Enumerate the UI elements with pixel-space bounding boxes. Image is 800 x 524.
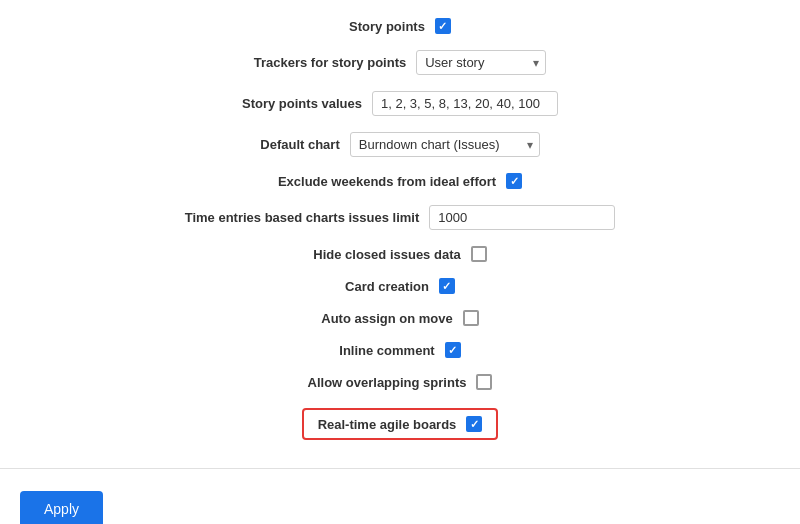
story-points-values-input[interactable]: [372, 91, 558, 116]
hide-closed-issues-checkbox[interactable]: [471, 246, 487, 262]
time-entries-limit-label: Time entries based charts issues limit: [185, 210, 420, 225]
exclude-weekends-label: Exclude weekends from ideal effort: [278, 174, 496, 189]
inline-comment-checkbox[interactable]: ✓: [445, 342, 461, 358]
auto-assign-checkbox[interactable]: [463, 310, 479, 326]
card-creation-checkbox[interactable]: ✓: [439, 278, 455, 294]
trackers-select-wrapper: User story Bug Task Feature: [416, 50, 546, 75]
story-points-label: Story points: [349, 19, 425, 34]
inline-comment-label: Inline comment: [339, 343, 434, 358]
default-chart-label: Default chart: [260, 137, 339, 152]
real-time-agile-boards-checkbox[interactable]: ✓: [466, 416, 482, 432]
story-points-checkbox[interactable]: ✓: [435, 18, 451, 34]
allow-overlapping-sprints-label: Allow overlapping sprints: [308, 375, 467, 390]
footer-divider: [0, 468, 800, 469]
default-chart-select-wrapper: Burndown chart (Issues) Burnup chart Vel…: [350, 132, 540, 157]
hide-closed-issues-label: Hide closed issues data: [313, 247, 460, 262]
trackers-label: Trackers for story points: [254, 55, 406, 70]
default-chart-select[interactable]: Burndown chart (Issues) Burnup chart Vel…: [350, 132, 540, 157]
auto-assign-label: Auto assign on move: [321, 311, 452, 326]
allow-overlapping-sprints-checkbox[interactable]: [476, 374, 492, 390]
real-time-agile-boards-highlighted: Real-time agile boards ✓: [302, 408, 499, 440]
exclude-weekends-checkbox[interactable]: ✓: [506, 173, 522, 189]
real-time-agile-boards-label: Real-time agile boards: [318, 417, 457, 432]
trackers-select[interactable]: User story Bug Task Feature: [416, 50, 546, 75]
apply-button[interactable]: Apply: [20, 491, 103, 524]
story-points-values-label: Story points values: [242, 96, 362, 111]
time-entries-limit-input[interactable]: [429, 205, 615, 230]
card-creation-label: Card creation: [345, 279, 429, 294]
footer: Apply: [0, 477, 800, 524]
